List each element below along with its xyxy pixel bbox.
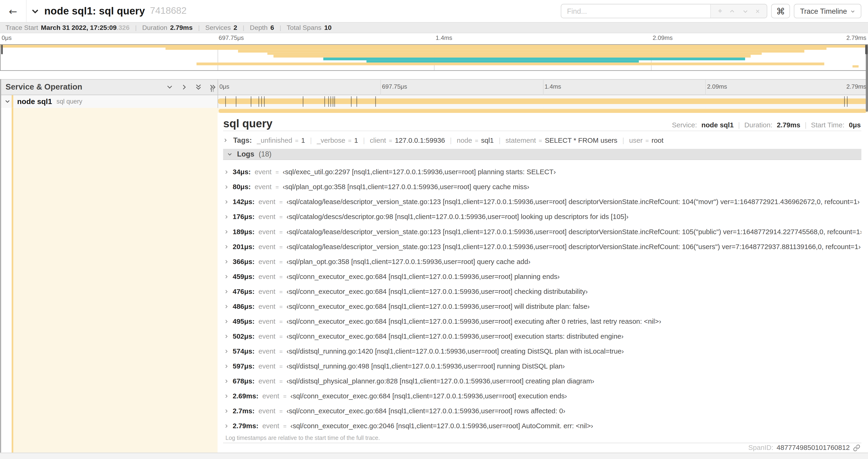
detail-divider (223, 130, 862, 131)
chevron-down-icon (850, 9, 855, 13)
log-timestamp: 459μs: (232, 273, 254, 281)
ruler-tick-label: 1.4ms (434, 34, 452, 41)
span-row[interactable]: node sql1 sql query (0, 95, 868, 108)
scrubber-left-handle[interactable] (1, 45, 3, 54)
span-detail-panel: sql query Service:node sql1 | Duration:2… (218, 113, 868, 453)
log-timestamp: 574μs: (232, 348, 254, 355)
log-row[interactable]: 495μs: event = ‹sql/conn_executor_exec.g… (223, 314, 862, 329)
back-button[interactable]: ← (0, 0, 27, 22)
log-row[interactable]: 459μs: event = ‹sql/conn_executor_exec.g… (223, 269, 862, 284)
log-timestamp: 176μs: (232, 213, 254, 221)
log-row[interactable]: 142μs: event = ‹sql/catalog/lease/descri… (223, 195, 862, 210)
log-row[interactable]: 80μs: event = ‹sql/plan_opt.go:358 [nsql… (223, 180, 862, 195)
chevron-right-icon (224, 379, 229, 384)
log-row[interactable]: 189μs: event = ‹sql/catalog/lease/descri… (223, 225, 862, 239)
log-row[interactable]: 678μs: event = ‹sql/distsql_physical_pla… (223, 374, 862, 389)
keyboard-shortcuts-button[interactable]: ⌘ (771, 4, 790, 19)
minimap-span-bar (852, 65, 859, 68)
tags-accordion[interactable]: Tags: _unfinished=1|_verbose=1|client=12… (223, 135, 862, 146)
expand-one-chevron-down-icon[interactable] (166, 84, 174, 91)
ruler-tick-label: 697.75μs (217, 34, 244, 41)
tags-label: Tags: (233, 136, 252, 144)
expand-all-double-chevron-down-icon[interactable] (195, 84, 202, 91)
clear-search-icon[interactable]: × (755, 7, 760, 15)
meta-item: Trace StartMarch 31 2022, 17:25:09.326 (6, 24, 130, 31)
next-match-icon[interactable] (742, 8, 748, 14)
log-field-value: ‹sql/distsql_running.go:1420 [nsql1,clie… (286, 348, 624, 355)
log-row[interactable]: 2.79ms: event = ‹sql/conn_executor_exec.… (223, 419, 862, 434)
chevron-right-icon (224, 409, 229, 414)
log-timestamp: 2.69ms: (232, 393, 258, 400)
log-field-value: ‹sql/distsql_running.go:498 [nsql1,clien… (286, 363, 565, 370)
log-row[interactable]: 201μs: event = ‹sql/catalog/lease/descri… (223, 239, 862, 255)
log-timestamp: 34μs: (232, 168, 251, 176)
locate-match-icon[interactable]: ⌖ (718, 6, 722, 15)
start-time-value: 0μs (849, 121, 861, 129)
log-row[interactable]: 476μs: event = ‹sql/conn_executor_exec.g… (223, 284, 862, 299)
minimap-span-bar (196, 63, 824, 65)
log-row[interactable]: 502μs: event = ‹sql/conn_executor_exec.g… (223, 329, 862, 344)
log-row[interactable]: 2.69ms: event = ‹sql/conn_executor_exec.… (223, 389, 862, 404)
ruler-tick-label: 697.75μs (380, 83, 407, 90)
chevron-right-icon (224, 320, 229, 324)
service-operation-label: Service & Operation (6, 80, 82, 94)
command-icon: ⌘ (776, 6, 785, 16)
tag-item: node=sql1 (457, 137, 494, 144)
log-row[interactable]: 597μs: event = ‹sql/distsql_running.go:4… (223, 359, 862, 374)
log-row[interactable]: 34μs: event = ‹sql/exec_util.go:2297 [ns… (223, 165, 862, 180)
find-input[interactable] (561, 4, 710, 18)
tag-item: client=127.0.0.1:59936 (370, 137, 445, 144)
chevron-right-icon (224, 289, 229, 294)
log-marker-tick (356, 96, 357, 107)
log-row[interactable]: 574μs: event = ‹sql/distsql_running.go:1… (223, 344, 862, 359)
log-timestamp: 476μs: (232, 288, 254, 296)
span-detail-title: sql query (223, 118, 273, 130)
column-resizer-grip[interactable] (211, 87, 214, 92)
left-edge-line (0, 79, 1, 453)
log-row[interactable]: 2.7ms: event = ‹sql/conn_executor_exec.g… (223, 404, 862, 419)
chevron-right-icon (224, 215, 229, 219)
minimap-canvas[interactable] (0, 44, 868, 71)
log-field-key: event (262, 422, 279, 430)
scrollbar-thumb[interactable] (866, 46, 868, 112)
log-field-key: event (258, 243, 276, 251)
prev-match-icon[interactable] (729, 8, 735, 14)
collapse-one-chevron-right-icon[interactable] (180, 84, 188, 91)
log-row[interactable]: 176μs: event = ‹sql/catalog/descs/descri… (223, 210, 862, 225)
meta-item: Depth6 (250, 24, 274, 31)
log-field-value: ‹sql/conn_executor_exec.go:2046 [nsql1,c… (290, 422, 593, 430)
span-duration-bar[interactable] (218, 98, 868, 104)
log-field-value: ‹sql/conn_executor_exec.go:684 [nsql1,cl… (286, 407, 565, 415)
log-field-key: event (258, 333, 276, 340)
chevron-right-icon (224, 200, 229, 204)
span-operation-name: sql query (57, 98, 82, 104)
span-expand-chevron-icon[interactable] (4, 98, 10, 104)
log-marker-tick (225, 96, 226, 107)
back-arrow-icon: ← (9, 5, 17, 17)
log-marker-tick (351, 96, 352, 107)
view-options-label: Trace Timeline (800, 7, 847, 15)
log-timestamp: 201μs: (232, 243, 254, 251)
duration-label: Duration: (744, 121, 772, 129)
log-marker-tick (331, 96, 331, 107)
trace-page: ← node sql1: sql query 7418682 ⌖ (0, 0, 868, 459)
ruler-tick-label: 2.09ms (705, 83, 727, 90)
log-marker-tick (303, 96, 303, 107)
log-field-key: event (258, 378, 276, 385)
ruler-tick-label: 1.4ms (543, 83, 561, 90)
deep-link-icon[interactable] (853, 444, 860, 452)
collapse-trace-chevron-icon[interactable] (31, 7, 39, 15)
span-color-strip (12, 95, 13, 108)
scrubber-right-handle[interactable] (865, 45, 867, 54)
logs-footnote: Log timestamps are relative to the start… (225, 434, 380, 441)
ruler-tick-label: 2.09ms (651, 34, 673, 41)
service-value: node sql1 (702, 121, 734, 129)
log-row[interactable]: 486μs: event = ‹sql/conn_executor_exec.g… (223, 299, 862, 314)
log-field-key: event (258, 407, 276, 415)
logs-accordion-header[interactable]: Logs (18) (223, 149, 862, 160)
log-row[interactable]: 366μs: event = ‹sql/plan_opt.go:358 [nsq… (223, 255, 862, 269)
tag-item: _verbose=1 (317, 137, 358, 144)
find-group: ⌖ × (561, 4, 768, 19)
view-options-button[interactable]: Trace Timeline (794, 4, 862, 19)
duration-value: 2.79ms (777, 121, 800, 129)
